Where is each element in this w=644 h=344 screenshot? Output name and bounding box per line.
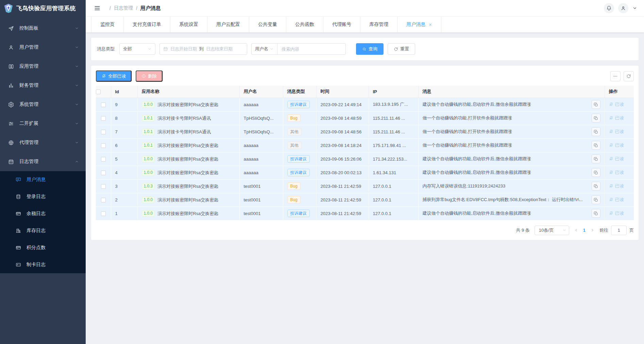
copy-message-button[interactable] bbox=[592, 182, 600, 191]
more-options-button[interactable] bbox=[610, 71, 621, 81]
close-icon[interactable] bbox=[428, 23, 432, 27]
mark-read-link[interactable]: 已读 bbox=[609, 129, 624, 135]
row-checkbox[interactable] bbox=[101, 198, 106, 202]
user-avatar[interactable] bbox=[618, 3, 628, 13]
page-size-select[interactable]: 10条/页 bbox=[535, 226, 569, 235]
sidebar-item-user-management[interactable]: 用户管理 bbox=[0, 38, 86, 57]
breadcrumb-parent[interactable]: 日志管理 bbox=[114, 5, 133, 11]
bell-slash-icon bbox=[102, 74, 106, 78]
cell-username: aaaaaa bbox=[239, 166, 283, 179]
total-count: 共 9 条 bbox=[516, 227, 529, 233]
cell-time: 2023-09-22 14:49:14 bbox=[316, 98, 369, 111]
sidebar-item-card-making-log[interactable]: 制卡日志 bbox=[0, 256, 86, 273]
tab-payment-orders[interactable]: 支付充值订单 bbox=[124, 17, 170, 32]
tab-user-messages-active[interactable]: 用户消息 bbox=[397, 17, 441, 32]
mark-read-link[interactable]: 已读 bbox=[609, 210, 624, 216]
delete-button[interactable]: 删除 bbox=[136, 70, 163, 82]
notifications-button[interactable] bbox=[604, 3, 614, 13]
row-checkbox[interactable] bbox=[101, 157, 106, 162]
select-all-checkbox[interactable] bbox=[96, 89, 101, 94]
mark-read-link[interactable]: 已读 bbox=[609, 142, 624, 148]
copy-message-button[interactable] bbox=[592, 114, 600, 122]
mark-all-read-button[interactable]: 全部已读 bbox=[96, 70, 132, 82]
tab-public-functions[interactable]: 公共函数 bbox=[286, 17, 323, 32]
sidebar-item-system-management[interactable]: 系统管理 bbox=[0, 95, 86, 114]
cell-app-name: 1.0.0演示对接账密限时Rsa交换密匙 bbox=[137, 152, 239, 166]
tab-monitor[interactable]: 监控页 bbox=[91, 17, 124, 32]
sidebar-item-control-panel[interactable]: 控制面板 bbox=[0, 19, 86, 38]
sidebar-item-balance-log[interactable]: 余额日志 bbox=[0, 205, 86, 222]
refresh-table-button[interactable] bbox=[624, 71, 634, 81]
tab-public-variables[interactable]: 公共变量 bbox=[249, 17, 286, 32]
copy-message-button[interactable] bbox=[592, 127, 600, 136]
current-page[interactable]: 1 bbox=[583, 228, 586, 233]
tab-inventory-management[interactable]: 库存管理 bbox=[360, 17, 397, 32]
goto-page-input[interactable] bbox=[611, 226, 627, 235]
prev-page-icon[interactable] bbox=[574, 228, 578, 232]
message-icon bbox=[16, 177, 21, 182]
table-tools bbox=[610, 71, 634, 81]
cell-message: 做一个自动赚钱的功能,打开软件余额就蹭蹭涨 bbox=[418, 125, 605, 138]
mark-read-link[interactable]: 已读 bbox=[609, 101, 624, 108]
reset-button[interactable]: 重置 bbox=[388, 43, 415, 55]
sidebar-item-agent-management[interactable]: 代理管理 bbox=[0, 133, 86, 152]
sidebar-item-login-log[interactable]: 登录日志 bbox=[0, 188, 86, 205]
copy-message-button[interactable] bbox=[592, 195, 600, 204]
tab-agent-accounts[interactable]: 代理账号 bbox=[323, 17, 360, 32]
row-checkbox[interactable] bbox=[101, 211, 106, 216]
mark-read-link[interactable]: 已读 bbox=[609, 183, 624, 189]
cell-app-name: 1.0.0演示对接账密限时Rsa交换密匙 bbox=[137, 166, 239, 179]
row-checkbox[interactable] bbox=[101, 184, 106, 189]
type-badge: 其他 bbox=[287, 142, 302, 149]
mark-read-link[interactable]: 已读 bbox=[609, 156, 624, 162]
sidebar-item-inventory-log[interactable]: 库存日志 bbox=[0, 222, 86, 239]
tab-system-settings[interactable]: 系统设置 bbox=[170, 17, 207, 32]
type-badge: 其他 bbox=[287, 128, 302, 135]
sidebar-collapse-icon[interactable] bbox=[94, 5, 101, 12]
search-button[interactable]: 查询 bbox=[356, 43, 384, 55]
cell-actions: 已读 bbox=[605, 166, 634, 179]
bell-slash-icon bbox=[609, 184, 613, 188]
mark-read-link[interactable]: 已读 bbox=[609, 169, 624, 176]
row-checkbox[interactable] bbox=[101, 102, 106, 107]
copy-icon bbox=[594, 143, 598, 148]
sidebar-item-app-management[interactable]: 应用管理 bbox=[0, 57, 86, 76]
bell-slash-icon bbox=[609, 157, 613, 161]
sidebar-item-log-management[interactable]: 日志管理 bbox=[0, 152, 86, 171]
message-type-select[interactable]: 全部 bbox=[119, 43, 155, 55]
mark-read-link[interactable]: 已读 bbox=[609, 115, 624, 121]
copy-message-button[interactable] bbox=[592, 154, 600, 163]
version-badge: 1.0.0 bbox=[142, 197, 155, 203]
mark-read-link[interactable]: 已读 bbox=[609, 197, 624, 203]
chevron-down-icon bbox=[75, 141, 79, 145]
page-content: 消息类型 全部 日志开始日期 到 日志结束日期 用户名 bbox=[86, 32, 644, 344]
date-end-placeholder: 日志结束日期 bbox=[206, 46, 233, 52]
row-checkbox[interactable] bbox=[101, 130, 106, 134]
row-checkbox[interactable] bbox=[101, 170, 106, 175]
row-checkbox[interactable] bbox=[101, 143, 106, 148]
bell-slash-icon bbox=[609, 211, 613, 215]
cell-actions: 已读 bbox=[605, 193, 634, 207]
sidebar-item-points-log[interactable]: 积分点数 bbox=[0, 239, 86, 256]
copy-message-button[interactable] bbox=[592, 168, 600, 177]
date-range-picker[interactable]: 日志开始日期 到 日志结束日期 bbox=[159, 43, 247, 55]
sliders-icon bbox=[8, 121, 14, 127]
cell-app-name: 1.0.1演示对接账密限时Rsa交换密匙 bbox=[137, 138, 239, 152]
row-checkbox[interactable] bbox=[101, 116, 106, 121]
cell-app-name: 1.0.0演示对接账密限时Rsa交换密匙 bbox=[137, 207, 239, 220]
copy-message-button[interactable] bbox=[592, 100, 600, 109]
search-field-select[interactable]: 用户名 bbox=[252, 44, 277, 54]
copy-message-button[interactable] bbox=[592, 209, 600, 218]
next-page-icon[interactable] bbox=[590, 228, 595, 232]
search-input[interactable] bbox=[277, 44, 345, 54]
sidebar-item-user-messages[interactable]: 用户消息 bbox=[0, 171, 86, 188]
tab-user-cloud-config[interactable]: 用户云配置 bbox=[207, 17, 249, 32]
copy-message-button[interactable] bbox=[592, 141, 600, 150]
user-menu-chevron-icon[interactable] bbox=[632, 6, 637, 11]
sidebar-item-finance-management[interactable]: 财务管理 bbox=[0, 76, 86, 95]
sidebar-item-extension[interactable]: 二开扩展 bbox=[0, 114, 86, 133]
cell-message-type: Bug bbox=[283, 193, 316, 207]
cell-message: 建议做个自动赚钱的功能,启动软件后,微信余额就蹭蹭涨 bbox=[418, 98, 605, 111]
bell-slash-icon bbox=[609, 102, 613, 107]
chevron-down-icon bbox=[75, 102, 79, 107]
